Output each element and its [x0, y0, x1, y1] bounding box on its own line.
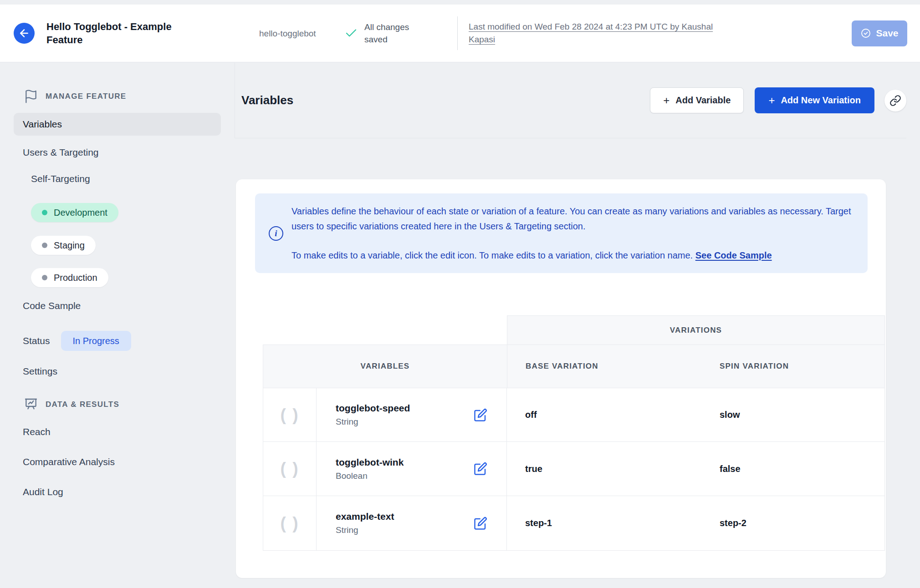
sidebar-item-settings[interactable]: Settings: [23, 365, 57, 377]
variable-type-icon: ( ): [263, 388, 317, 442]
variable-type-icon: ( ): [263, 496, 317, 551]
base-variation-column-header: BASE VARIATION: [507, 345, 701, 388]
add-variable-label: Add Variable: [675, 95, 731, 106]
page-title: Hello Togglebot - Example Feature: [46, 20, 204, 46]
variable-type: String: [336, 417, 410, 427]
add-variable-button[interactable]: + Add Variable: [650, 87, 744, 113]
sidebar: MANAGE FEATURE Variables Users & Targeti…: [0, 63, 228, 498]
info-text: Variables define the behaviour of each s…: [291, 204, 864, 263]
spin-variation-value: slow: [701, 388, 885, 442]
variations-group-header: VARIATIONS: [507, 315, 885, 345]
base-variation-value: step-1: [507, 496, 701, 551]
back-button[interactable]: [14, 23, 35, 44]
plus-icon: +: [768, 95, 775, 106]
environment-dot: [42, 243, 47, 248]
environment-pill-production[interactable]: Production: [31, 268, 108, 287]
sidebar-item-code-sample[interactable]: Code Sample: [23, 300, 81, 312]
manage-feature-label: MANAGE FEATURE: [46, 92, 127, 101]
info-paragraph-2: To make edits to a variable, click the e…: [291, 248, 864, 263]
edit-variable-button[interactable]: [474, 462, 487, 476]
sidebar-item-audit-log[interactable]: Audit Log: [23, 486, 63, 498]
status-label: Status: [23, 335, 50, 346]
content-header: Variables + Add Variable + Add New Varia…: [235, 63, 906, 138]
arrow-left-icon: [18, 27, 30, 39]
table-row-variable-cell: togglebot-wink Boolean: [317, 442, 507, 496]
save-button[interactable]: Save: [852, 20, 907, 46]
base-variation-value: true: [507, 442, 701, 496]
link-icon: [889, 95, 901, 106]
info-paragraph-1: Variables define the behaviour of each s…: [291, 204, 864, 234]
flag-icon: [24, 89, 38, 104]
plus-icon: +: [663, 95, 670, 106]
add-new-variation-button[interactable]: + Add New Variation: [755, 87, 874, 113]
save-status-text: All changes saved: [364, 21, 415, 46]
environment-pill-development[interactable]: Development: [31, 203, 118, 222]
environment-dot: [42, 275, 47, 280]
environment-label: Development: [54, 208, 107, 218]
data-results-label: DATA & RESULTS: [46, 400, 119, 409]
check-circle-icon: [860, 28, 871, 39]
variables-column-header: VARIABLES: [263, 345, 507, 388]
sidebar-item-self-targeting[interactable]: Self-Targeting: [31, 173, 90, 185]
sidebar-item-reach[interactable]: Reach: [23, 426, 51, 438]
status-row: Status In Progress: [23, 331, 228, 351]
variable-type: String: [336, 525, 394, 535]
last-modified-link[interactable]: Last modified on Wed Feb 28 2024 at 4:23…: [469, 20, 735, 46]
copy-link-button[interactable]: [884, 90, 906, 112]
data-results-section: DATA & RESULTS: [24, 397, 228, 412]
spin-variation-value: false: [701, 442, 885, 496]
environment-dot: [42, 210, 47, 215]
variable-type-icon: ( ): [263, 442, 317, 496]
feature-key: hello-togglebot: [259, 27, 316, 40]
presentation-chart-icon: [24, 397, 38, 412]
status-badge[interactable]: In Progress: [61, 331, 131, 351]
top-header: Hello Togglebot - Example Feature hello-…: [0, 5, 920, 62]
table-row-variable-cell: example-text String: [317, 496, 507, 551]
environment-pill-staging[interactable]: Staging: [31, 236, 96, 255]
info-icon: i: [269, 226, 283, 241]
content-title: Variables: [241, 93, 293, 107]
edit-icon: [474, 517, 487, 530]
spin-variation-column-header: SPIN VARIATION: [701, 345, 885, 388]
variable-name: togglebot-speed: [336, 403, 410, 414]
add-new-variation-label: Add New Variation: [781, 95, 861, 106]
check-icon: [344, 26, 358, 40]
table-row-variable-cell: togglebot-speed String: [317, 388, 507, 442]
sidebar-item-comparative-analysis[interactable]: Comparative Analysis: [23, 456, 115, 468]
variables-table: VARIATIONS VARIABLES BASE VARIATION SPIN…: [263, 315, 885, 551]
base-variation-value: off: [507, 388, 701, 442]
spin-variation-value: step-2: [701, 496, 885, 551]
header-divider: [457, 16, 458, 50]
edit-variable-button[interactable]: [474, 408, 487, 422]
variable-name: togglebot-wink: [336, 457, 404, 468]
variable-name: example-text: [336, 511, 394, 522]
see-code-sample-link[interactable]: See Code Sample: [695, 250, 772, 260]
sidebar-item-users-targeting[interactable]: Users & Targeting: [23, 147, 99, 158]
save-button-label: Save: [876, 28, 898, 39]
environment-label: Staging: [54, 240, 85, 251]
variable-type: Boolean: [336, 471, 404, 481]
edit-variable-button[interactable]: [474, 517, 487, 530]
save-status: All changes saved: [344, 21, 415, 46]
variables-card: i Variables define the behaviour of each…: [236, 179, 886, 578]
environment-label: Production: [54, 273, 97, 283]
edit-icon: [474, 462, 487, 476]
manage-feature-section: MANAGE FEATURE: [24, 89, 228, 104]
edit-icon: [474, 408, 487, 422]
info-banner: i Variables define the behaviour of each…: [255, 193, 868, 273]
sidebar-item-variables[interactable]: Variables: [14, 113, 221, 136]
